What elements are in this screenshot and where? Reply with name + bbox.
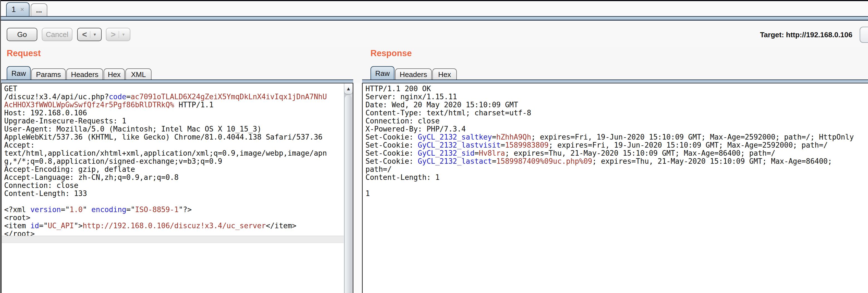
code-line: 1	[366, 190, 867, 198]
edit-target-button[interactable]	[860, 27, 868, 43]
code-line: Set-Cookie: GyCL_2132_sid=Hv8lra; expire…	[366, 149, 867, 157]
code-line: /discuz!x3.4/api/uc.php?code=ac7091oTLAL…	[4, 93, 350, 101]
request-tab-raw-label: Raw	[11, 69, 26, 78]
burp-repeater-window: 1 × ... Go Cancel < ▼ > ▼	[0, 0, 868, 293]
request-editor[interactable]: GET/discuz!x3.4/api/uc.php?code=ac7091oT…	[1, 83, 353, 293]
code-line: Host: 192.168.0.106	[4, 109, 350, 117]
code-line: GET	[4, 85, 350, 93]
code-line: Accept-Language: zh-CN,zh;q=0.9,ar;q=0.8	[4, 174, 350, 182]
response-tab-raw[interactable]: Raw	[371, 66, 395, 80]
forward-button[interactable]: > ▼	[106, 28, 130, 41]
code-line: X-Powered-By: PHP/7.3.4	[366, 125, 867, 133]
code-line: <?xml version="1.0" encoding="ISO-8859-1…	[4, 206, 350, 214]
repeater-tab-1[interactable]: 1 ×	[6, 2, 30, 16]
code-line: User-Agent: Mozilla/5.0 (Macintosh; Inte…	[4, 125, 350, 133]
response-tab-hex-label: Hex	[438, 70, 451, 79]
go-button[interactable]: Go	[7, 28, 37, 41]
code-line: Connection: close	[4, 182, 350, 190]
button-divider	[119, 31, 119, 38]
request-tab-params-label: Params	[36, 70, 61, 79]
window-left-edge	[0, 0, 1, 293]
tab-close-icon[interactable]: ×	[20, 6, 24, 13]
request-title: Request	[7, 48, 41, 59]
response-text: HTTP/1.1 200 OKServer: nginx/1.15.11Date…	[363, 83, 868, 198]
code-line: text/html,application/xhtml+xml,applicat…	[4, 149, 350, 157]
repeater-tab-more[interactable]: ...	[31, 3, 48, 16]
response-tab-raw-label: Raw	[375, 69, 390, 78]
forward-arrow-icon: >	[111, 30, 116, 39]
request-tab-xml[interactable]: XML	[125, 68, 152, 80]
code-line: Accept:	[4, 141, 350, 149]
request-scrollbar[interactable]: ▲	[344, 83, 353, 293]
code-line	[366, 182, 867, 190]
code-line: g,*/*;q=0.8,application/signed-exchange;…	[4, 157, 350, 166]
code-line: AppleWebKit/537.36 (KHTML, like Gecko) C…	[4, 133, 350, 141]
code-line: HTTP/1.1 200 OK	[366, 85, 867, 93]
scrollbar-thumb[interactable]	[345, 95, 352, 293]
request-tab-hex-label: Hex	[108, 70, 121, 79]
response-tab-stripe-blue	[362, 80, 868, 83]
cancel-button-label: Cancel	[46, 30, 68, 39]
request-tab-stripe-blue	[1, 80, 353, 83]
code-line	[4, 198, 350, 206]
response-tab-headers-label: Headers	[400, 70, 427, 79]
request-tab-hex[interactable]: Hex	[104, 68, 125, 80]
response-tab-hex[interactable]: Hex	[432, 68, 457, 80]
forward-dropdown-icon[interactable]: ▼	[121, 32, 125, 37]
target-label: Target: http://192.168.0.106	[760, 31, 852, 39]
button-divider	[90, 31, 90, 38]
response-tab-headers[interactable]: Headers	[395, 68, 432, 80]
code-line: Content-Length: 133	[4, 190, 350, 198]
code-line: Upgrade-Insecure-Requests: 1	[4, 117, 350, 125]
back-button[interactable]: < ▼	[77, 28, 102, 41]
go-button-label: Go	[17, 30, 27, 39]
back-dropdown-icon[interactable]: ▼	[93, 32, 97, 37]
scroll-up-button[interactable]: ▲	[344, 83, 353, 94]
code-line: path=/	[366, 166, 867, 174]
code-line: Content-Type: text/html; charset=utf-8	[366, 109, 867, 117]
request-text: GET/discuz!x3.4/api/uc.php?code=ac7091oT…	[2, 83, 353, 238]
code-line: <item id="UC_API">http://192.168.0.106/d…	[4, 222, 350, 230]
request-tab-params[interactable]: Params	[31, 68, 66, 80]
response-editor[interactable]: HTTP/1.1 200 OKServer: nginx/1.15.11Date…	[362, 83, 868, 293]
request-tab-headers-label: Headers	[71, 70, 98, 79]
panel-splitter[interactable]	[353, 83, 362, 293]
code-line: <root>	[4, 214, 350, 222]
code-line: Date: Wed, 20 May 2020 15:10:09 GMT	[366, 101, 867, 109]
code-line: Connection: close	[366, 117, 867, 125]
back-arrow-icon: <	[82, 30, 87, 39]
repeater-tab-bar: 1 × ...	[1, 1, 868, 16]
repeater-tab-1-label: 1	[11, 5, 16, 14]
tabbar-stripe-blue	[0, 17, 868, 20]
scroll-up-icon: ▲	[346, 86, 351, 92]
code-line: Set-Cookie: GyCL_2132_lastvisit=15899838…	[366, 141, 867, 149]
request-tab-raw[interactable]: Raw	[7, 66, 31, 80]
code-line: Accept-Encoding: gzip, deflate	[4, 166, 350, 174]
toolbar: Go Cancel < ▼ > ▼ Target: http://192.168…	[1, 21, 868, 47]
code-line: Set-Cookie: GyCL_2132_saltkey=hZhhA9Qh; …	[366, 133, 867, 141]
code-line: Server: nginx/1.15.11	[366, 93, 867, 101]
request-tab-headers[interactable]: Headers	[66, 68, 103, 80]
repeater-tab-more-label: ...	[36, 6, 42, 14]
code-line: AcHHOX3fWWOLWpGwSwfQfz4r5Pgf86bRlDTRkQ% …	[4, 101, 350, 109]
response-title: Response	[371, 48, 412, 59]
code-line: Set-Cookie: GyCL_2132_lastact=1589987409…	[366, 157, 867, 166]
request-hscroll-track[interactable]	[2, 236, 344, 243]
code-line: Content-Length: 1	[366, 174, 867, 182]
request-tab-xml-label: XML	[131, 70, 146, 79]
cancel-button[interactable]: Cancel	[42, 28, 72, 41]
